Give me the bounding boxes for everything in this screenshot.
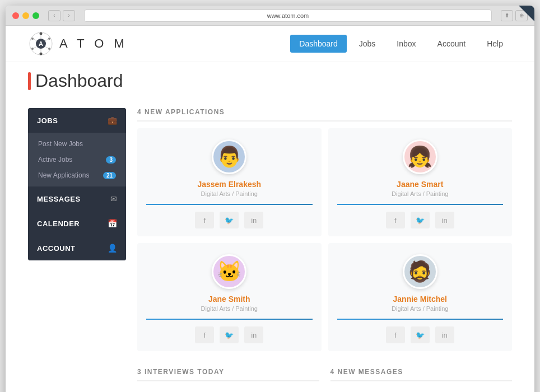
application-card-3: 🐱 Jane Smith Digital Arts / Painting f 🐦… [137,243,322,351]
sidebar-post-new-jobs[interactable]: Post New Jobs [28,136,126,152]
svg-point-1 [40,32,43,35]
sidebar-section-messages[interactable]: MESSAGES ✉ [28,186,126,211]
avatar-jannie: 🧔 [403,254,437,289]
sidebar-section-calender[interactable]: CALENDER 📅 [28,211,126,236]
avatar-jaane: 👧 [403,139,437,174]
facebook-btn-4[interactable]: f [386,326,405,343]
traffic-lights [12,12,39,19]
applications-grid: 👨 Jassem Elrakesh Digital Arts / Paintin… [137,128,512,351]
nav-help[interactable]: Help [478,35,512,53]
card-name-jassem: Jassem Elrakesh [197,180,261,189]
sidebar-header-calender[interactable]: CALENDER 📅 [28,211,126,236]
content-area: 4 NEW APPLICATIONS 👨 Jassem Elrakesh Dig… [137,108,512,388]
forward-button[interactable]: › [63,10,75,21]
minimize-button[interactable] [22,12,29,19]
sidebar-header-account[interactable]: ACCOUNT 👤 [28,236,126,260]
svg-point-6 [31,38,34,40]
title-accent [28,72,31,90]
browser-window: ‹ › www.atom.com ⬆ ⊕ [6,6,534,392]
messages-title: 4 NEW MESSAGES [330,368,513,381]
back-button[interactable]: ‹ [48,10,60,21]
corner-badge [519,6,534,21]
linkedin-btn-4[interactable]: in [435,326,454,343]
messages-section: 4 NEW MESSAGES [330,368,513,388]
sidebar-active-jobs[interactable]: Active Jobs 3 [28,152,126,167]
twitter-btn-2[interactable]: 🐦 [411,212,430,228]
svg-line-14 [34,39,37,41]
logo-text: A T O M [59,36,128,51]
logo-area: A A T O M [28,31,128,57]
logo-icon: A [28,31,54,57]
facebook-btn-2[interactable]: f [386,212,405,228]
facebook-btn-3[interactable]: f [195,326,214,343]
bottom-sections: 3 INTERVIEWS TODAY 4 NEW MESSAGES [137,368,512,388]
card-divider-2 [337,204,504,205]
svg-point-4 [40,53,43,55]
user-icon: 👤 [108,244,117,253]
card-social-2: f 🐦 in [386,212,454,228]
top-nav: A A T O M Dashboard Jobs Inbox Account H… [6,26,534,62]
card-role-jannie: Digital Arts / Painting [392,305,449,312]
card-name-jaane: Jaane Smart [397,180,443,189]
card-social-1: f 🐦 in [195,212,263,228]
page-title: Dashboard [35,71,123,91]
svg-point-2 [48,38,50,40]
nav-account[interactable]: Account [429,35,475,53]
avatar-jane: 🐱 [212,254,246,289]
active-jobs-badge: 3 [106,156,116,164]
sidebar-header-messages[interactable]: MESSAGES ✉ [28,186,126,211]
svg-point-3 [48,48,50,50]
share-button[interactable]: ⬆ [501,10,513,21]
browser-titlebar: ‹ › www.atom.com ⬆ ⊕ [6,6,534,26]
twitter-btn-4[interactable]: 🐦 [411,326,430,343]
svg-point-5 [31,48,34,50]
sidebar-header-jobs[interactable]: JOBS 💼 [28,108,126,133]
sidebar-messages-label: MESSAGES [37,195,81,203]
twitter-btn-3[interactable]: 🐦 [220,326,239,343]
address-bar[interactable]: www.atom.com [84,10,492,22]
linkedin-btn-2[interactable]: in [435,212,454,228]
briefcase-icon: 💼 [108,116,117,125]
interviews-title: 3 INTERVIEWS TODAY [137,368,319,381]
application-card-1: 👨 Jassem Elrakesh Digital Arts / Paintin… [137,128,322,236]
nav-jobs[interactable]: Jobs [350,35,385,53]
application-card-2: 👧 Jaane Smart Digital Arts / Painting f … [328,128,513,236]
facebook-btn-1[interactable]: f [195,212,214,228]
sidebar-section-account[interactable]: ACCOUNT 👤 [28,236,126,260]
browser-nav: ‹ › [48,10,75,21]
sidebar-section-jobs[interactable]: JOBS 💼 Post New Jobs Active Jobs 3 New A… [28,108,126,186]
nav-dashboard[interactable]: Dashboard [290,35,347,53]
linkedin-btn-1[interactable]: in [244,212,263,228]
sidebar-calender-label: CALENDER [37,220,80,228]
svg-line-13 [34,46,37,48]
sidebar-new-applications[interactable]: New Applications 21 [28,167,126,183]
avatar-jassem: 👨 [212,139,246,174]
linkedin-btn-3[interactable]: in [244,326,263,343]
interviews-section: 3 INTERVIEWS TODAY [137,368,319,388]
maximize-button[interactable] [32,12,39,19]
main-layout: JOBS 💼 Post New Jobs Active Jobs 3 New A… [6,97,534,392]
nav-inbox[interactable]: Inbox [388,35,425,53]
svg-line-11 [45,46,48,48]
card-role-jane: Digital Arts / Painting [201,305,258,312]
svg-line-10 [45,39,48,41]
svg-text:A: A [39,40,43,47]
sidebar-account-label: ACCOUNT [37,244,76,253]
card-social-4: f 🐦 in [386,326,454,343]
card-divider-1 [146,204,313,205]
card-social-3: f 🐦 in [195,326,263,343]
card-role-jaane: Digital Arts / Painting [392,190,449,197]
application-card-4: 🧔 Jannie Mitchel Digital Arts / Painting… [328,243,513,351]
page-content: A A T O M Dashboard Jobs Inbox Account H… [6,26,534,392]
envelope-icon: ✉ [110,194,117,203]
new-applications-badge: 21 [103,172,116,179]
calendar-icon: 📅 [108,219,117,228]
twitter-btn-1[interactable]: 🐦 [220,212,239,228]
nav-links: Dashboard Jobs Inbox Account Help [290,35,512,53]
card-name-jane: Jane Smith [208,295,250,304]
applications-section-title: 4 NEW APPLICATIONS [137,108,512,122]
card-divider-3 [146,319,313,320]
close-button[interactable] [12,12,19,19]
sidebar-jobs-submenu: Post New Jobs Active Jobs 3 New Applicat… [28,133,126,186]
sidebar-jobs-label: JOBS [37,116,58,125]
